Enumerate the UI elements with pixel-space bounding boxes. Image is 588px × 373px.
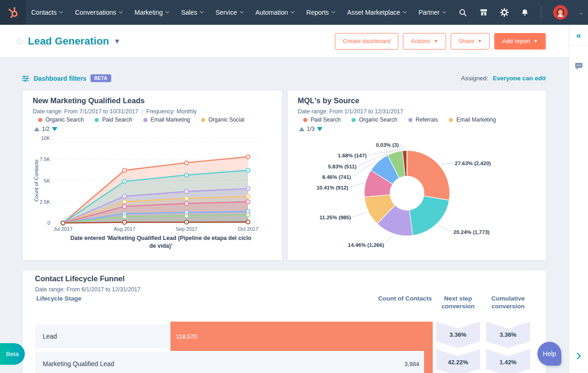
search-icon[interactable] <box>458 8 468 17</box>
hubspot-sprocket-icon <box>6 6 19 19</box>
dashboard-title: Lead Generation <box>28 35 109 47</box>
cumulative-conversion-badge: 3.36% <box>486 322 530 348</box>
beta-badge: BETA <box>90 74 111 82</box>
svg-text:Jul 2017: Jul 2017 <box>53 226 73 232</box>
chevron-down-icon <box>119 10 123 13</box>
chevron-down-icon <box>200 10 204 13</box>
filters-bar: Dashboard filters BETA Assigned: Everyon… <box>22 74 546 82</box>
chevron-down-icon <box>332 10 335 13</box>
nav-item-service[interactable]: Service <box>215 9 243 16</box>
beta-pill[interactable]: Beta <box>0 343 25 365</box>
nav-menu: Contacts Conversations Marketing Sales S… <box>31 9 446 16</box>
donut-label: 20.24% (1,773) <box>453 229 490 235</box>
report-card-mql-by-source: MQL's by Source Date range: From 1/1/201… <box>287 90 547 261</box>
donut-label: 1.68% (147) <box>338 153 367 158</box>
funnel-bar-lead: 118,570 <box>170 322 433 351</box>
assigned-value-link[interactable]: Everyone can edit <box>492 75 546 82</box>
nav-item-contacts[interactable]: Contacts <box>31 9 62 16</box>
date-range: Date range: From 6/1/2017 to 12/31/2017 <box>35 286 141 293</box>
nav-divider <box>541 6 542 18</box>
nav-item-asset-marketplace[interactable]: Asset Marketplace <box>347 9 406 16</box>
filter-sliders-icon <box>22 75 29 82</box>
assigned-label: Assigned: <box>461 75 488 82</box>
donut-label: 8.46% (741) <box>322 174 351 180</box>
settings-gear-icon[interactable] <box>500 8 509 17</box>
collapse-panel-cell: « <box>569 25 588 46</box>
stage-count: 118,570 <box>176 333 197 340</box>
chevron-down-icon <box>165 10 169 13</box>
report-card-lifecycle-funnel: Contact Lifecycle Funnel Date range: Fro… <box>22 270 547 373</box>
comments-icon[interactable] <box>569 62 588 70</box>
assigned-row: Assigned: Everyone can edit <box>461 75 546 82</box>
donut-label: 27.63% (2,420) <box>455 161 491 166</box>
user-avatar[interactable] <box>553 5 568 20</box>
donut-label: 11.25% (985) <box>320 215 351 220</box>
dashboard-switcher-caret-icon[interactable]: ▼ <box>113 37 120 45</box>
next-step-conversion-badge: 42.22% <box>436 349 480 373</box>
stage-label: Marketing Qualified Lead <box>35 352 170 373</box>
nav-item-conversations[interactable]: Conversations <box>75 9 122 16</box>
column-header-lifecycle-stage: Lifecycle Stage <box>36 295 81 303</box>
cumulative-conversion-badge: 1.42% <box>486 349 530 373</box>
chevron-down-icon <box>240 10 243 13</box>
svg-text:2.5K: 2.5K <box>40 199 50 205</box>
share-button[interactable]: Share▼ <box>451 33 490 50</box>
column-header-count: Count of Contacts <box>378 295 432 303</box>
donut-label: 0.03% (3) <box>376 142 399 148</box>
right-sidebar: « <box>569 25 588 373</box>
main-content: Dashboard filters BETA Assigned: Everyon… <box>0 58 569 373</box>
collapse-double-chevron-icon[interactable]: « <box>576 30 581 40</box>
hubspot-logo[interactable] <box>0 0 26 25</box>
svg-text:0: 0 <box>47 220 50 226</box>
create-dashboard-button[interactable]: Create dashboard <box>335 33 398 50</box>
top-nav: Contacts Conversations Marketing Sales S… <box>0 0 588 25</box>
funnel-row-mql: Marketing Qualified Lead 3,984 <box>35 352 433 373</box>
funnel-bar-mql <box>424 349 433 373</box>
svg-text:Count of Contacts: Count of Contacts <box>34 159 39 201</box>
dashboard-filters-label: Dashboard filters <box>34 75 86 82</box>
chevron-down-icon <box>403 10 407 13</box>
nav-right-icons: ⌄ <box>458 5 588 20</box>
nav-item-marketing[interactable]: Marketing <box>135 9 169 16</box>
favorite-star-icon[interactable]: ☆ <box>15 36 23 47</box>
report-card-new-mqls: New Marketing Qualified Leads Date range… <box>22 90 283 261</box>
nav-item-partner[interactable]: Partner <box>418 9 446 16</box>
marketplace-icon[interactable] <box>479 8 488 17</box>
caret-down-icon: ▼ <box>434 39 438 44</box>
dashboard-filters-control[interactable]: Dashboard filters BETA <box>22 74 111 82</box>
chevron-down-icon <box>59 10 63 13</box>
column-header-next-step: Next step conversion <box>436 295 480 311</box>
next-step-conversion-badge: 3.36% <box>436 322 480 348</box>
actions-button[interactable]: Actions▼ <box>403 33 446 50</box>
header-buttons: Create dashboard Actions▼ Share▼ Add rep… <box>335 33 546 50</box>
caret-down-icon: ▼ <box>533 39 538 44</box>
next-chevron-icon[interactable] <box>569 352 588 360</box>
column-header-cumulative: Cumulative conversion <box>486 295 530 311</box>
account-chevron-down-icon[interactable]: ⌄ <box>579 10 583 16</box>
notifications-bell-icon[interactable] <box>520 8 530 17</box>
nav-item-automation[interactable]: Automation <box>255 9 294 16</box>
svg-text:5K: 5K <box>44 178 51 184</box>
donut-label: 5.83% (511) <box>328 164 356 169</box>
chevron-down-icon <box>291 10 294 13</box>
svg-text:10K: 10K <box>41 135 50 141</box>
donut-label: 14.46% (1,266) <box>348 242 384 248</box>
svg-text:7.5K: 7.5K <box>40 156 50 162</box>
nav-item-reports[interactable]: Reports <box>306 9 335 16</box>
svg-text:Oct 2017: Oct 2017 <box>238 226 259 232</box>
help-button[interactable]: Help <box>537 342 561 366</box>
nav-item-sales[interactable]: Sales <box>181 9 203 16</box>
svg-text:Sep 2017: Sep 2017 <box>175 226 197 232</box>
stage-count: 3,984 <box>404 361 419 367</box>
funnel-row-lead: Lead 118,570 <box>35 324 433 348</box>
dashboard-header: ☆ Lead Generation ▼ Create dashboard Act… <box>0 25 569 58</box>
chevron-down-icon <box>442 10 446 13</box>
donut-label: 10.41% (912) <box>317 185 348 190</box>
report-title: Contact Lifecycle Funnel <box>35 274 124 283</box>
add-report-button[interactable]: Add report▼ <box>494 33 546 50</box>
stage-label: Lead <box>35 324 170 348</box>
x-axis-caption: Date entered 'Marketing Qualified Lead (… <box>67 234 255 250</box>
caret-down-icon: ▼ <box>477 39 482 44</box>
svg-text:Aug 2017: Aug 2017 <box>113 226 135 232</box>
